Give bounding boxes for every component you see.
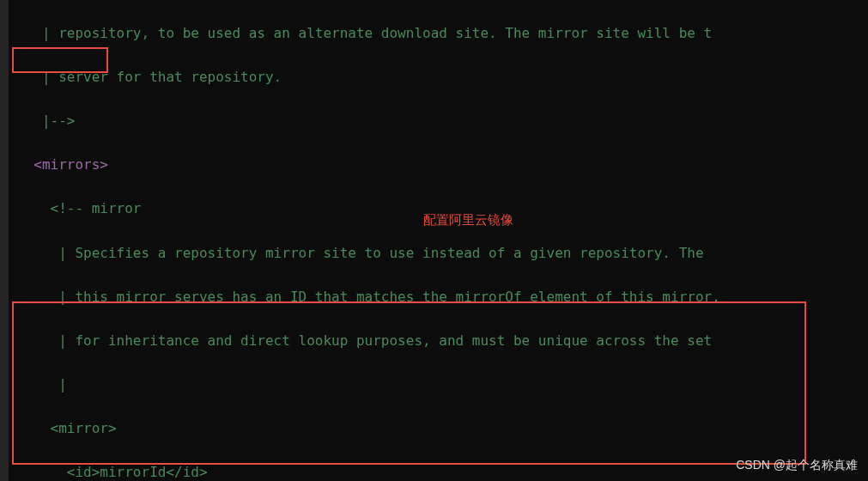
code-line: <id>mirrorId</id> <box>17 461 851 481</box>
code-line: <mirror> <box>17 417 851 440</box>
code-editor[interactable]: | repository, to be used as an alternate… <box>0 0 868 481</box>
annotation-label: 配置阿里云镜像 <box>423 210 513 230</box>
code-line: | <box>17 374 851 396</box>
code-line: |--> <box>17 110 851 132</box>
code-line: | for inheritance and direct lookup purp… <box>17 330 851 352</box>
code-line: | Specifies a repository mirror site to … <box>17 242 851 265</box>
code-line: | repository, to be used as an alternate… <box>17 22 851 45</box>
watermark: CSDN @起个名称真难 <box>736 455 858 474</box>
code-line-mirrors-open: <mirrors> <box>17 154 851 176</box>
code-line: | this mirror serves has an ID that matc… <box>17 286 851 308</box>
code-line: | server for that repository. <box>17 66 851 88</box>
